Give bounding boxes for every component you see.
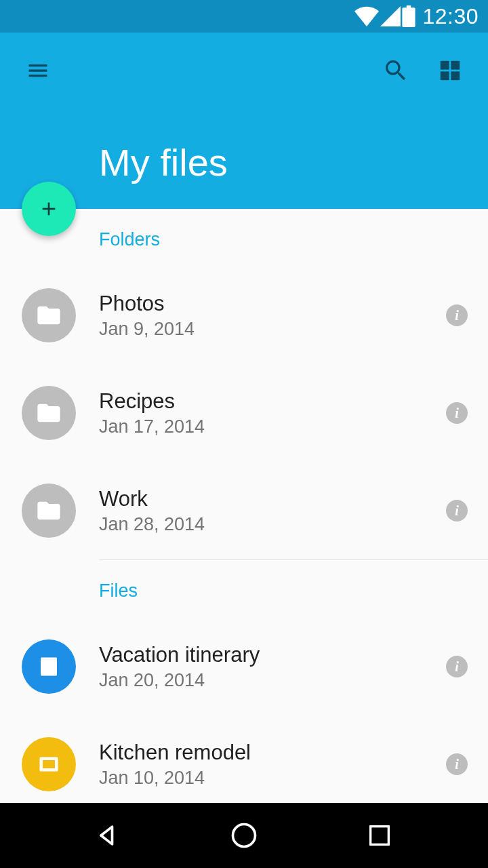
plus-icon [38, 198, 60, 220]
home-button[interactable] [217, 808, 271, 863]
status-bar: 12:30 [0, 0, 488, 33]
grid-view-button[interactable] [431, 52, 469, 90]
folder-avatar [22, 484, 76, 538]
svg-rect-0 [441, 61, 449, 70]
back-icon [94, 821, 123, 850]
menu-button[interactable] [19, 52, 57, 90]
info-button[interactable]: i [441, 748, 473, 781]
svg-point-4 [233, 825, 256, 847]
item-title: Recipes [99, 389, 441, 414]
svg-rect-3 [451, 71, 460, 80]
wifi-icon [354, 6, 379, 26]
content: Folders Photos Jan 9, 2014 i Recipes Jan… [0, 209, 488, 803]
page-title: My files [99, 140, 228, 184]
info-icon: i [446, 402, 468, 424]
svg-rect-1 [451, 61, 460, 70]
square-icon [366, 822, 393, 849]
folder-row[interactable]: Photos Jan 9, 2014 i [0, 267, 488, 364]
item-subtitle: Jan 17, 2014 [99, 416, 441, 437]
info-button[interactable]: i [441, 397, 473, 429]
doc-icon [37, 654, 61, 679]
file-avatar [22, 737, 76, 791]
files-header: Files [0, 560, 488, 618]
info-button[interactable]: i [441, 494, 473, 527]
folder-row[interactable]: Work Jan 28, 2014 i [0, 462, 488, 559]
info-icon: i [446, 304, 468, 326]
item-title: Vacation itinerary [99, 642, 441, 667]
battery-icon [402, 5, 415, 27]
folder-icon [35, 497, 62, 524]
item-subtitle: Jan 28, 2014 [99, 514, 441, 535]
folder-icon [35, 302, 62, 329]
home-icon [229, 821, 259, 850]
hamburger-icon [26, 58, 50, 83]
add-fab[interactable] [22, 182, 76, 236]
svg-rect-5 [371, 827, 389, 845]
search-icon [382, 57, 409, 84]
cell-signal-icon [380, 6, 401, 26]
item-subtitle: Jan 20, 2014 [99, 670, 441, 691]
slide-icon [37, 752, 61, 776]
folder-icon [35, 399, 62, 427]
info-icon: i [446, 656, 468, 677]
folder-avatar [22, 386, 76, 440]
file-row[interactable]: Vacation itinerary Jan 20, 2014 i [0, 618, 488, 715]
info-icon: i [446, 500, 468, 521]
info-icon: i [446, 753, 468, 775]
grid-icon [439, 59, 462, 82]
item-title: Work [99, 486, 441, 511]
item-subtitle: Jan 9, 2014 [99, 319, 441, 340]
recent-apps-button[interactable] [352, 808, 407, 863]
status-time: 12:30 [422, 4, 479, 29]
item-title: Photos [99, 291, 441, 316]
search-button[interactable] [377, 52, 415, 90]
svg-rect-2 [441, 71, 449, 80]
status-icons: 12:30 [354, 4, 479, 29]
info-button[interactable]: i [441, 299, 473, 332]
back-button[interactable] [81, 808, 136, 863]
folder-avatar [22, 288, 76, 342]
item-subtitle: Jan 10, 2014 [99, 768, 441, 789]
file-avatar [22, 639, 76, 694]
folder-row[interactable]: Recipes Jan 17, 2014 i [0, 364, 488, 462]
app-bar: My files [0, 33, 488, 209]
file-row[interactable]: Kitchen remodel Jan 10, 2014 i [0, 715, 488, 803]
info-button[interactable]: i [441, 650, 473, 683]
navigation-bar [0, 803, 488, 868]
item-title: Kitchen remodel [99, 740, 441, 765]
